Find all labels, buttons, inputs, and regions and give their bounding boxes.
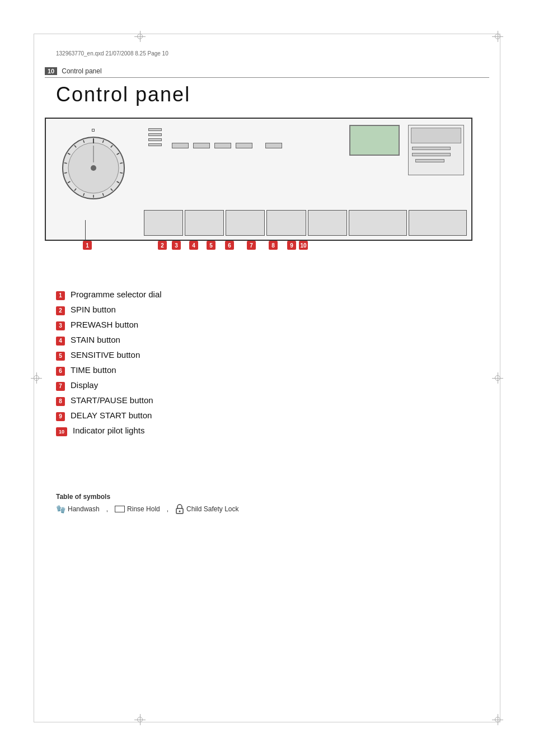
badge-8: 8	[269, 241, 278, 250]
item-3-text: PREWASH button	[71, 319, 138, 330]
badge-item-1: 1	[56, 291, 65, 300]
dial-area	[54, 124, 127, 203]
page-title: Control panel	[56, 83, 190, 106]
badge-item-7: 7	[56, 382, 65, 391]
reg-mark-bottom	[134, 714, 146, 725]
symbol-rinse-hold: Rinse Hold	[115, 505, 160, 513]
btn-2	[172, 143, 189, 148]
badge-4: 4	[189, 241, 198, 250]
side-ind-1	[412, 147, 451, 150]
ind-bar-4	[148, 143, 162, 146]
item-5-text: SENSITIVE button	[71, 349, 140, 361]
badge-item-5: 5	[56, 352, 65, 361]
badge-item-8: 8	[56, 397, 65, 406]
badge-item-3: 3	[56, 321, 65, 330]
big-btn-6	[308, 210, 347, 236]
badge-2: 2	[158, 241, 167, 250]
dial-top-marker	[92, 129, 95, 132]
label1-line	[85, 220, 86, 240]
badge-3: 3	[172, 241, 181, 250]
big-btn-8	[349, 210, 407, 236]
diagram-container: 1 2 3 4 5 6 7 8 9 10	[45, 118, 489, 286]
reg-mark-bottom-right	[492, 714, 503, 725]
items-list: 1 Programme selector dial 2 SPIN button …	[56, 288, 162, 440]
badge-item-6: 6	[56, 367, 65, 376]
big-btn-9-10	[409, 210, 467, 236]
symbol-child-lock: Child Safety Lock	[175, 504, 238, 514]
side-display	[411, 128, 461, 143]
side-ind-3	[415, 159, 444, 162]
ind-bar-1	[148, 128, 162, 131]
badge-item-4: 4	[56, 337, 65, 346]
rinse-hold-label: Rinse Hold	[127, 505, 160, 513]
badge-item-2: 2	[56, 306, 65, 315]
badge-5: 5	[207, 241, 216, 250]
list-item-10: 10 Indicator pilot lights	[56, 424, 162, 436]
ind-bar-2	[148, 133, 162, 136]
item-9-text: DELAY START button	[71, 409, 152, 421]
page-border-top	[34, 34, 500, 34]
svg-point-23	[179, 511, 181, 512]
svg-line-15	[64, 172, 67, 173]
symbol-handwash: 🧤 Handwash	[56, 505, 100, 514]
symbols-title: Table of symbols	[56, 493, 238, 501]
big-button-row	[144, 210, 467, 237]
panel-box	[45, 118, 472, 241]
item-6-text: TIME button	[71, 364, 116, 376]
badge-1: 1	[83, 241, 92, 250]
big-btn-3	[185, 210, 224, 236]
panel-right-content	[144, 122, 467, 237]
list-item-8: 8 START/PAUSE button	[56, 394, 162, 406]
list-item-7: 7 Display	[56, 379, 162, 391]
list-item-1: 1 Programme selector dial	[56, 288, 162, 300]
reg-mark-right	[492, 372, 503, 384]
symbol-separator-1: ,	[106, 505, 108, 513]
item-4-text: STAIN button	[71, 334, 120, 346]
list-item-9: 9 DELAY START button	[56, 409, 162, 421]
btn-6	[265, 143, 282, 148]
symbol-separator-2: ,	[167, 505, 168, 513]
big-btn-5	[266, 210, 306, 236]
ind-bar-3	[148, 138, 162, 141]
svg-point-21	[91, 165, 96, 171]
list-item-2: 2 SPIN button	[56, 304, 162, 315]
section-number: 10	[45, 67, 57, 75]
item-2-text: SPIN button	[71, 304, 116, 315]
section-header: 10 Control panel	[45, 67, 489, 78]
list-item-6: 6 TIME button	[56, 364, 162, 376]
side-indicators	[412, 147, 460, 162]
item-10-text: Indicator pilot lights	[73, 424, 144, 436]
item-7-text: Display	[71, 379, 98, 391]
list-item-5: 5 SENSITIVE button	[56, 349, 162, 361]
reg-mark-left	[31, 372, 42, 384]
handwash-icon: 🧤	[56, 505, 65, 514]
child-lock-label: Child Safety Lock	[186, 505, 238, 513]
reg-mark-top-right	[492, 31, 503, 42]
symbols-section: Table of symbols 🧤 Handwash , Rinse Hold…	[56, 493, 238, 514]
btn-3	[193, 143, 210, 148]
label-1: 1	[83, 241, 92, 250]
section-title-small: Control panel	[62, 67, 101, 75]
page-border-bottom	[34, 722, 500, 722]
list-item-4: 4 STAIN button	[56, 334, 162, 346]
big-btn-2	[144, 210, 183, 236]
indicator-stack-left	[148, 128, 162, 146]
item-1-text: Programme selector dial	[71, 288, 162, 300]
main-display	[349, 125, 400, 156]
badge-9: 9	[287, 241, 296, 250]
labels-2-10: 2 3 4 5 6 7 8 9 10	[156, 241, 308, 250]
side-panel	[408, 125, 464, 175]
side-ind-2	[412, 153, 451, 156]
dial-svg	[60, 134, 127, 202]
symbols-row: 🧤 Handwash , Rinse Hold , Child Safety L…	[56, 504, 238, 514]
btn-4	[214, 143, 231, 148]
item-8-text: START/PAUSE button	[71, 394, 153, 406]
btn-5	[236, 143, 252, 148]
rinse-hold-icon	[115, 506, 125, 512]
handwash-label: Handwash	[68, 505, 100, 513]
svg-line-7	[120, 172, 123, 173]
small-button-row	[172, 143, 282, 148]
badge-7: 7	[247, 241, 256, 250]
list-item-3: 3 PREWASH button	[56, 319, 162, 330]
reg-mark-top	[134, 31, 146, 42]
